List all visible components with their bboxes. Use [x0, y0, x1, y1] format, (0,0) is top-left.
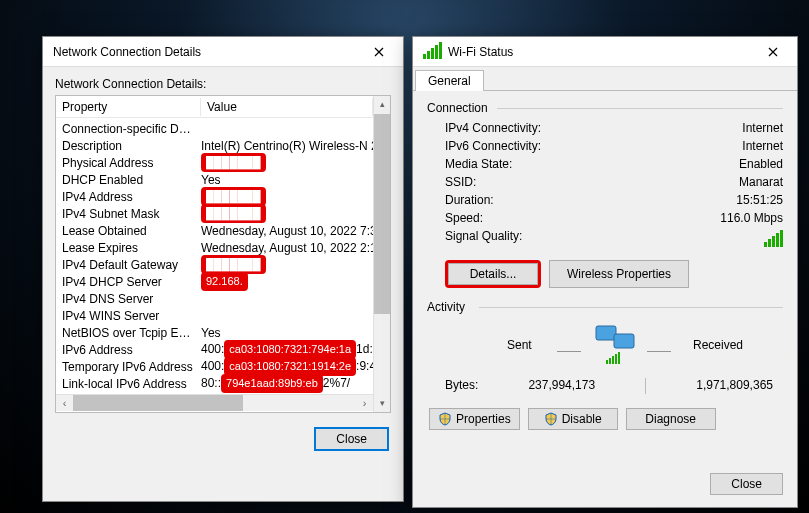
disable-button[interactable]: Disable [528, 408, 618, 430]
value-cell: ███████ [201, 153, 373, 172]
property-cell: Link-local IPv6 Address [56, 377, 201, 391]
window-title: Wi-Fi Status [448, 45, 750, 59]
close-button[interactable]: Close [314, 427, 389, 451]
svg-rect-4 [612, 356, 614, 364]
activity-section-label: Activity [427, 300, 783, 314]
table-row[interactable]: DescriptionIntel(R) Centrino(R) Wireless… [56, 137, 373, 154]
ipv6-connectivity-value: Internet [742, 139, 783, 153]
signal-quality-bars [764, 229, 783, 250]
tab-general[interactable]: General [415, 70, 484, 91]
property-cell: IPv4 DNS Server [56, 292, 201, 306]
value-cell: Intel(R) Centrino(R) Wireless-N 2200 [201, 139, 373, 153]
titlebar[interactable]: Wi-Fi Status [413, 37, 797, 67]
tab-strip: General [413, 67, 797, 91]
duration-label: Duration: [445, 193, 494, 207]
ssid-label: SSID: [445, 175, 476, 189]
vscroll-thumb[interactable] [374, 114, 390, 314]
property-cell: Lease Expires [56, 241, 201, 255]
table-row[interactable]: IPv4 Default Gateway███████ [56, 256, 373, 273]
close-button[interactable]: Close [710, 473, 783, 495]
property-cell: IPv4 DHCP Server [56, 275, 201, 289]
wireless-properties-button[interactable]: Wireless Properties [549, 260, 689, 288]
sent-label: Sent [507, 338, 532, 352]
property-cell: Lease Obtained [56, 224, 201, 238]
property-cell: NetBIOS over Tcpip En... [56, 326, 201, 340]
scroll-right-arrow[interactable]: › [356, 397, 373, 409]
bytes-sent-value: 237,994,173 [528, 378, 595, 394]
speed-label: Speed: [445, 211, 483, 225]
value-cell: 92.168. [201, 272, 373, 291]
redacted-value: 92.168. [201, 272, 248, 291]
table-row[interactable]: IPv4 Address███████ [56, 188, 373, 205]
table-row[interactable]: IPv4 DNS Server [56, 290, 373, 307]
received-label: Received [693, 338, 743, 352]
table-row[interactable]: IPv4 WINS Server [56, 307, 373, 324]
svg-rect-2 [606, 360, 608, 364]
scroll-down-arrow[interactable]: ▾ [374, 395, 390, 412]
table-row[interactable]: DHCP EnabledYes [56, 171, 373, 188]
properties-button[interactable]: Properties [429, 408, 520, 430]
value-cell: Yes [201, 173, 373, 187]
redacted-value: 794e1aad:89b9:eb [221, 374, 323, 393]
table-row[interactable]: NetBIOS over Tcpip En...Yes [56, 324, 373, 341]
svg-rect-0 [596, 326, 616, 340]
activity-divider [645, 378, 646, 394]
close-icon[interactable] [750, 38, 795, 66]
activity-computers-icon [592, 322, 638, 371]
ipv4-connectivity-label: IPv4 Connectivity: [445, 121, 541, 135]
dash-right: —— [647, 344, 671, 358]
scroll-up-arrow[interactable]: ▴ [374, 96, 390, 113]
table-row[interactable]: Temporary IPv6 Address400:ca03:1080:7321… [56, 358, 373, 375]
table-row[interactable]: Lease ExpiresWednesday, August 10, 2022 … [56, 239, 373, 256]
table-row[interactable]: Physical Address███████ [56, 154, 373, 171]
details-button[interactable]: Details... [448, 263, 538, 285]
disable-button-label: Disable [562, 412, 602, 426]
property-cell: IPv6 Address [56, 343, 201, 357]
shield-icon [438, 412, 452, 426]
value-cell: Yes [201, 326, 373, 340]
col-value-header[interactable]: Value [201, 98, 373, 116]
property-cell: IPv4 Address [56, 190, 201, 204]
properties-button-label: Properties [456, 412, 511, 426]
table-row[interactable]: Link-local IPv6 Address80::794e1aad:89b9… [56, 375, 373, 392]
connection-section-label: Connection [427, 101, 783, 115]
redacted-value: ███████ [201, 204, 266, 223]
col-property-header[interactable]: Property [56, 98, 201, 116]
property-cell: Connection-specific DN... [56, 122, 201, 136]
table-row[interactable]: Lease ObtainedWednesday, August 10, 2022… [56, 222, 373, 239]
details-button-highlight: Details... [445, 260, 541, 288]
dash-left: —— [557, 344, 581, 358]
svg-rect-3 [609, 358, 611, 364]
ssid-value: Manarat [739, 175, 783, 189]
shield-icon [544, 412, 558, 426]
grid-header: Property Value [56, 96, 373, 118]
close-icon[interactable] [356, 38, 401, 66]
table-row[interactable]: IPv6 Address400:ca03:1080:7321:794e:1a1d… [56, 341, 373, 358]
table-row[interactable]: IPv4 DHCP Server92.168. [56, 273, 373, 290]
diagnose-button[interactable]: Diagnose [626, 408, 716, 430]
svg-rect-1 [614, 334, 634, 348]
signal-quality-label: Signal Quality: [445, 229, 522, 250]
svg-rect-5 [615, 354, 617, 364]
table-row[interactable]: IPv4 Subnet Mask███████ [56, 205, 373, 222]
table-row[interactable]: Connection-specific DN... [56, 120, 373, 137]
property-cell: Temporary IPv6 Address [56, 360, 201, 374]
value-cell: 80::794e1aad:89b9:eb2%7/ [201, 374, 373, 393]
ipv4-connectivity-value: Internet [742, 121, 783, 135]
media-state-label: Media State: [445, 157, 512, 171]
svg-rect-6 [618, 352, 620, 364]
horizontal-scrollbar[interactable]: ‹ › [56, 394, 373, 411]
property-cell: IPv4 Default Gateway [56, 258, 201, 272]
value-cell: Wednesday, August 10, 2022 7:31:05 [201, 224, 373, 238]
scroll-left-arrow[interactable]: ‹ [56, 397, 73, 409]
vertical-scrollbar[interactable]: ▴ ▾ [373, 96, 390, 412]
hscroll-thumb[interactable] [73, 395, 243, 411]
activity-graphic: Sent —— —— Received [427, 322, 783, 372]
network-connection-details-window: Network Connection Details Network Conne… [42, 36, 404, 502]
titlebar[interactable]: Network Connection Details [43, 37, 403, 67]
speed-value: 116.0 Mbps [720, 211, 783, 225]
property-cell: Physical Address [56, 156, 201, 170]
redacted-value: ███████ [201, 153, 266, 172]
property-cell: DHCP Enabled [56, 173, 201, 187]
bytes-received-value: 1,971,809,365 [696, 378, 773, 394]
